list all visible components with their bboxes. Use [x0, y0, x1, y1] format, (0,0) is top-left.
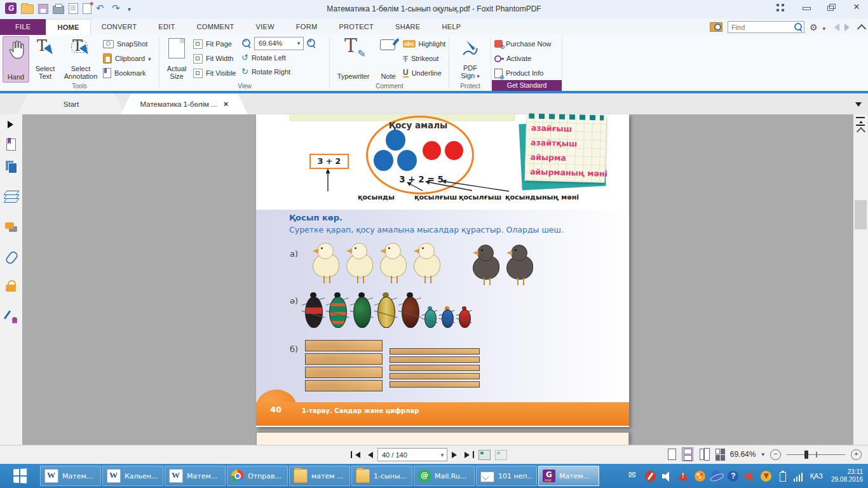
ribbon-tab[interactable]: HELP [431, 19, 472, 35]
signature-icon[interactable] [5, 309, 18, 322]
tray-icon[interactable] [794, 471, 804, 482]
tray-icon[interactable] [678, 471, 689, 482]
split-view-icon[interactable] [856, 117, 865, 126]
scroll-up-icon[interactable] [857, 127, 865, 136]
taskbar-app[interactable]: Mail.Ru... [414, 466, 475, 486]
hand-tool-button[interactable]: Hand [3, 36, 29, 83]
tab-document[interactable]: Математика 1-бөлім ...× [121, 93, 248, 114]
ribbon-tab[interactable]: SHARE [384, 19, 431, 35]
note-button[interactable]: Note [376, 36, 400, 81]
redo-icon[interactable] [112, 3, 123, 14]
clipboard-dropdown-icon[interactable] [148, 55, 151, 62]
continuous-icon[interactable] [682, 448, 693, 461]
ribbon-tab[interactable]: EDIT [147, 19, 186, 35]
zoom-in-icon[interactable]: + [306, 38, 316, 48]
tray-icon[interactable] [744, 471, 755, 482]
typewriter-button[interactable]: Typewriter [332, 36, 374, 81]
taskbar-app[interactable]: Матем... [165, 466, 226, 486]
tray-icon[interactable] [728, 471, 738, 482]
ribbon-tab[interactable]: FORM [285, 19, 329, 35]
layers-icon[interactable] [5, 191, 18, 203]
fit-width-button[interactable]: Fit Width [193, 51, 236, 65]
tray-icon[interactable] [628, 471, 639, 482]
new-doc-icon[interactable] [83, 3, 92, 14]
zoom-out-icon[interactable]: − [241, 38, 252, 48]
tray-icon[interactable] [777, 471, 788, 482]
restore-icon[interactable] [827, 4, 836, 11]
vertical-scrollbar[interactable] [853, 114, 868, 445]
zoom-slider-thumb[interactable] [804, 451, 808, 459]
tab-list-dropdown-icon[interactable] [855, 102, 862, 110]
tray-icon[interactable] [711, 471, 722, 482]
tray-icon[interactable] [661, 471, 672, 482]
search-icon[interactable] [794, 23, 802, 30]
bookmarks-icon[interactable] [5, 139, 18, 151]
taskbar-app[interactable]: 1-сыны... [351, 466, 412, 486]
zoom-out-button[interactable]: − [770, 449, 781, 460]
last-page-button[interactable] [465, 451, 474, 458]
tray-icon[interactable] [645, 471, 656, 482]
email-doc-icon[interactable] [69, 3, 78, 14]
document-canvas[interactable]: азайғышазайтқышайырмаайырманың мәні Қосу… [22, 114, 853, 445]
strikeout-button[interactable]: Strikeout [403, 51, 445, 65]
rotate-right-button[interactable]: ↻Rotate Right [241, 65, 290, 79]
previous-view-icon[interactable] [478, 450, 491, 460]
minimize-icon[interactable] [802, 4, 811, 11]
page-combo-caret-icon[interactable]: ▾ [438, 452, 447, 458]
attachments-icon[interactable] [5, 251, 18, 264]
next-view-icon[interactable] [495, 450, 507, 460]
pages-icon[interactable] [5, 160, 18, 173]
first-page-button[interactable] [351, 451, 360, 458]
undo-icon[interactable] [96, 3, 107, 14]
underline-button[interactable]: Underline [403, 66, 445, 80]
pdf-sign-dropdown-icon[interactable] [477, 72, 480, 79]
actual-size-button[interactable]: Actual Size [161, 36, 192, 81]
page-number-combo[interactable]: 40 / 140▾ [377, 448, 447, 461]
taskbar-app[interactable]: матем ... [289, 466, 350, 486]
scrollbar-thumb[interactable] [855, 200, 867, 229]
ribbon-tab[interactable]: HOME [46, 19, 90, 35]
next-page-button[interactable] [452, 452, 460, 458]
find-previous-icon[interactable] [831, 24, 839, 31]
screen-grid-icon[interactable] [776, 4, 785, 11]
tab-close-icon[interactable]: × [224, 99, 229, 109]
previous-page-button[interactable] [365, 452, 373, 458]
taskbar-app[interactable]: Матем... [538, 466, 599, 486]
continuous-facing-icon[interactable] [714, 448, 724, 461]
zoom-combo-caret-icon[interactable]: ▾ [294, 40, 303, 46]
zoom-level-combo[interactable]: 69.64%▾ [254, 37, 304, 50]
status-zoom-caret-icon[interactable]: ▾ [761, 451, 764, 458]
open-folder-icon[interactable] [21, 4, 34, 14]
rotate-left-button[interactable]: ↺Rotate Left [241, 51, 286, 65]
facing-icon[interactable] [698, 448, 709, 461]
pdf-sign-button[interactable]: PDFSign [455, 36, 485, 81]
activate-button[interactable]: Activate [494, 51, 552, 65]
taskbar-app[interactable]: Кальен... [102, 466, 163, 486]
clipboard-button[interactable]: Clipboard [103, 51, 151, 65]
taskbar-app[interactable]: Матем... [40, 466, 101, 486]
app-logo-icon[interactable] [5, 3, 17, 14]
zoom-slider[interactable] [787, 450, 845, 459]
tab-start[interactable]: Start [18, 93, 125, 114]
collapse-ribbon-icon[interactable] [857, 24, 866, 32]
select-text-button[interactable]: Select Text [31, 36, 60, 81]
select-annotation-button[interactable]: Select Annotation [61, 36, 100, 81]
save-icon[interactable] [38, 4, 48, 14]
tray-icon[interactable] [761, 471, 771, 482]
bookmark-button[interactable]: Bookmark [103, 66, 151, 80]
search-folder-icon[interactable] [710, 22, 722, 32]
snapshot-button[interactable]: SnapShot [103, 37, 151, 51]
taskbar-app[interactable]: 101 неп... [476, 466, 537, 486]
highlight-button[interactable]: Highlight [403, 37, 445, 51]
ribbon-tab[interactable]: CONVERT [91, 19, 148, 35]
fit-page-button[interactable]: Fit Page [193, 37, 236, 51]
gear-icon[interactable] [810, 22, 818, 33]
find-input[interactable] [728, 21, 804, 33]
expand-panel-icon[interactable] [8, 121, 17, 128]
close-icon[interactable] [853, 4, 862, 11]
print-icon[interactable] [53, 6, 64, 14]
taskbar-app[interactable]: Отправ... [227, 466, 288, 486]
fit-visible-button[interactable]: Fit Visible [193, 66, 236, 80]
find-next-icon[interactable] [844, 24, 853, 31]
ribbon-tab[interactable]: COMMENT [186, 19, 245, 35]
